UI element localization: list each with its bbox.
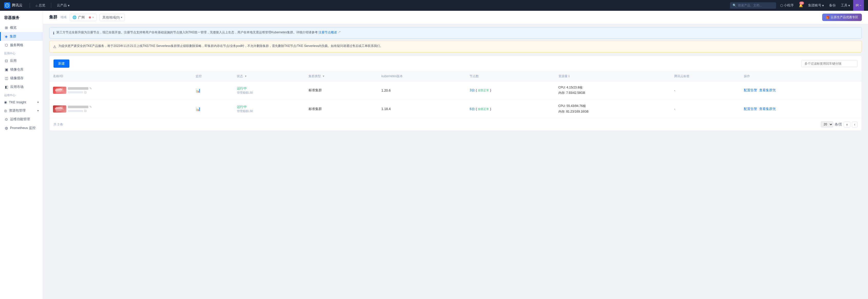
edit-icon-1[interactable]: ✎ — [89, 87, 92, 90]
config-alert-link-1[interactable]: 配置告警 — [744, 88, 757, 92]
promo-banner[interactable]: 🎁 云原生产品优惠专区 — [822, 13, 862, 21]
cluster-type-filter-icon[interactable]: ▼ — [322, 75, 325, 78]
cluster-table-area: 新建 名称/ID 监控 — [49, 56, 862, 131]
row2-name-cell: ✎ ⊡ — [50, 100, 192, 118]
config-alert-link-2[interactable]: 配置告警 — [744, 107, 757, 111]
page-header: 集群 地域 🌐 广州 ▾ 其他地域(0) ▾ 🎁 云原生产品优惠专区 — [43, 11, 868, 24]
region-number — [86, 16, 87, 19]
alert-area: ℹ 第三方节点全新升级为注册节点，现已全面开放。注册节点支持将用户自有基础设施的… — [43, 24, 868, 56]
prev-page-btn[interactable]: ‹ — [852, 121, 858, 128]
nav-divider-2 — [51, 3, 51, 8]
row1-cluster-type-cell: 标准集群 — [305, 81, 378, 100]
nav-overview[interactable]: ⌂ 总览 — [33, 0, 48, 11]
pagination: 共 2 条 20 条/页 « ‹ — [50, 118, 862, 131]
tools-btn[interactable]: 工具 ▾ — [839, 0, 852, 11]
svg-rect-3 — [56, 91, 61, 92]
filter-input[interactable] — [801, 60, 858, 67]
copy-icon-2[interactable]: ⊡ — [84, 109, 87, 113]
copy-icon-1[interactable]: ⊡ — [84, 91, 87, 94]
prometheus-icon: ◍ — [5, 126, 8, 130]
logo-text: 腾讯云 — [12, 3, 23, 8]
sidebar-item-cluster[interactable]: ◈ 集群 — [0, 32, 43, 41]
cluster-table: 名称/ID 监控 状态 ▼ — [50, 72, 862, 118]
insight-icon: ◉ — [4, 100, 7, 104]
other-regions-btn[interactable]: 其他地域(0) ▾ — [100, 14, 125, 21]
sidebar-item-tke-insight[interactable]: ◉ TKE Insight ▾ — [0, 98, 43, 106]
edit-icon-2[interactable]: ✎ — [89, 105, 92, 109]
sidebar-item-app[interactable]: ⊡ 应用 — [0, 56, 43, 65]
notification-btn[interactable]: 🔔 36 — [797, 0, 805, 11]
table-toolbar: 新建 — [50, 56, 862, 72]
view-cluster-link-2[interactable]: 查看集群凭 — [759, 107, 776, 111]
sidebar: 容器服务 ⊞ 概览 ◈ 集群 ⬡ 服务网格 应用中心 ⊡ 应用 ▣ 镜像仓库 ◫… — [0, 11, 43, 299]
chevron-right-icon: ▾ — [37, 101, 39, 104]
sidebar-item-app-market[interactable]: ◧ 应用市场 — [0, 83, 43, 91]
row2-tag-cell: - — [671, 100, 740, 118]
view-cluster-link-1[interactable]: 查看集群凭 — [759, 88, 776, 92]
info-icon: ℹ — [53, 30, 54, 36]
search-bar[interactable]: 🔍 搜索产品、文档... — [730, 2, 776, 9]
logo[interactable]: 腾讯云 — [4, 2, 23, 8]
node-count-link-1[interactable]: 3台 — [470, 88, 475, 92]
mgmt-level-1: 管理规模L50 — [237, 91, 301, 94]
th-name: 名称/ID — [50, 72, 192, 81]
promo-icon: 🎁 — [826, 16, 830, 19]
top-nav-right-section: ⬡ 小程序 🔔 36 集团账号 ▾ 备份 工具 ▾ IR ~ — [778, 0, 864, 11]
first-page-btn[interactable]: « — [844, 121, 850, 128]
sidebar-item-service-mesh[interactable]: ⬡ 服务网格 — [0, 41, 43, 50]
app-center-section: 应用中心 — [0, 50, 43, 56]
svg-rect-1 — [55, 89, 62, 91]
chevron-down-icon-region: ▾ — [121, 16, 122, 19]
backup-btn[interactable]: 备份 — [827, 0, 838, 11]
sidebar-item-ops-func[interactable]: ⊙ 运维功能管理 — [0, 115, 43, 124]
cluster-name-redacted-2 — [68, 106, 88, 108]
row2-node-count-cell: 6台 ( 全部正常 ) — [466, 100, 555, 118]
th-node-count: 节点数 — [466, 72, 555, 81]
node-count-bracket-open-1: ( — [476, 88, 477, 92]
row1-tag-cell: - — [671, 81, 740, 100]
warning-alert: ⚠ 为提供更严肃安全的TKE产品服务，将于2023年11月21日上线TKE/TK… — [49, 41, 862, 52]
main-content: 集群 地域 🌐 广州 ▾ 其他地域(0) ▾ 🎁 云原生产品优惠专区 ℹ — [43, 11, 868, 299]
overview-icon: ⊞ — [5, 26, 8, 30]
node-count-link-2[interactable]: 6台 — [470, 107, 475, 111]
page-title: 集群 — [49, 15, 57, 20]
mini-program-btn[interactable]: ⬡ 小程序 — [778, 0, 796, 11]
page-size-select[interactable]: 20 — [821, 121, 833, 128]
monitor-chart-icon-2[interactable]: 📊 — [196, 107, 201, 111]
pagination-total: 共 2 条 — [54, 122, 63, 127]
image-repo-icon: ▣ — [5, 67, 8, 72]
nav-cloud-products[interactable]: 云产品 ▾ — [54, 0, 72, 11]
region-selector[interactable]: 🌐 广州 ▾ — [70, 14, 96, 21]
new-cluster-button[interactable]: 新建 — [54, 59, 69, 68]
sidebar-item-overview[interactable]: ⊞ 概览 — [0, 23, 43, 32]
row2-monitor-cell: 📊 — [192, 100, 233, 118]
ir-badge[interactable]: IR ~ — [853, 0, 864, 11]
sidebar-item-image-repo[interactable]: ▣ 镜像仓库 — [0, 65, 43, 74]
row2-cluster-type-cell: 标准集群 — [305, 100, 378, 118]
th-resource: 资源量 ℹ — [555, 72, 671, 81]
node-status-1: 全部正常 — [478, 89, 489, 92]
row1-monitor-cell: 📊 — [192, 81, 233, 100]
nav-divider — [30, 3, 30, 8]
sidebar-item-image-cache[interactable]: ◫ 镜像缓存 — [0, 74, 43, 83]
table-body: ✎ ⊡ 📊 — [50, 81, 862, 118]
info-icon-resource[interactable]: ℹ — [568, 74, 570, 78]
status-filter-icon[interactable]: ▼ — [244, 75, 247, 78]
sidebar-title: 容器服务 — [0, 11, 43, 23]
mem-resource-2: 内存: 81.23/169.16GB — [558, 109, 667, 115]
mesh-icon: ⬡ — [5, 43, 8, 47]
account-btn[interactable]: 集团账号 ▾ — [806, 0, 826, 11]
alert-link[interactable]: 注册节点概述 — [318, 30, 337, 34]
row1-resource-cell: CPU: 4.15/23.8核 内存: 7.93/42.58GB — [555, 81, 671, 100]
info-alert-text: 第三方节点全新升级为注册节点，现已全面开放。注册节点支持将用户自有基础设施的节点… — [56, 30, 341, 35]
region-label: 地域 — [60, 15, 67, 20]
per-page-label: 条/页 — [835, 122, 842, 127]
row2-k8s-version-cell: 1.18.4 — [378, 100, 466, 118]
sidebar-item-resource-mgmt[interactable]: ◎ 资源包管理 ▾ — [0, 106, 43, 115]
svg-rect-6 — [55, 109, 61, 110]
info-alert: ℹ 第三方节点全新升级为注册节点，现已全面开放。注册节点支持将用户自有基础设施的… — [49, 27, 862, 39]
top-navigation: 腾讯云 ⌂ 总览 云产品 ▾ 🔍 搜索产品、文档... ⬡ 小程序 🔔 36 集… — [0, 0, 868, 11]
sidebar-item-prometheus[interactable]: ◍ Prometheus 监控 — [0, 124, 43, 132]
monitor-chart-icon-1[interactable]: 📊 — [196, 88, 201, 92]
search-icon: 🔍 — [733, 4, 736, 7]
